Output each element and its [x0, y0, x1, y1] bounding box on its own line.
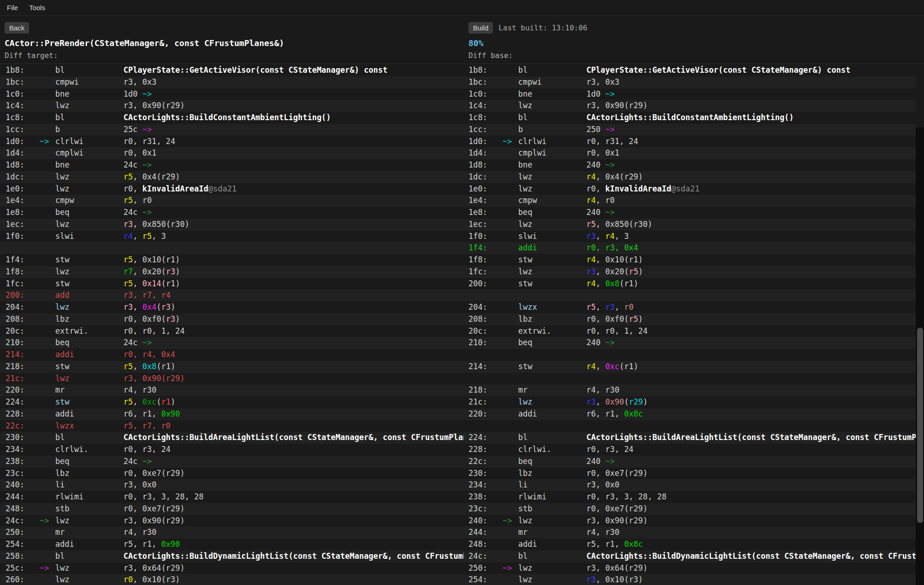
asm-row[interactable]: 250:~>lwzr3, 0x64(r29)	[464, 562, 916, 574]
asm-row[interactable]: 1f8:lwzr7, 0x20(r3)	[0, 266, 464, 278]
asm-row[interactable]: 204:lwzr3, 0x4(r3)	[0, 301, 464, 313]
asm-row[interactable]: 1bc:cmpwir3, 0x3	[0, 76, 464, 88]
build-button[interactable]: Build	[468, 22, 493, 34]
asm-row[interactable]: 1e4:cmpwr4, r0	[464, 195, 916, 207]
asm-row[interactable]: 238:beq24c ~>	[0, 456, 464, 468]
asm-row[interactable]: 1f0:slwir3, r4, 3	[464, 231, 916, 243]
asm-row[interactable]: 230:lbzr0, 0xe7(r29)	[464, 468, 916, 480]
asm-row[interactable]: 214:addir0, r4, 0x4	[0, 349, 464, 361]
asm-row[interactable]: 208:lbzr0, 0xf0(r3)	[0, 313, 464, 325]
asm-row[interactable]: 1fc:lwzr3, 0x20(r5)	[464, 266, 916, 278]
asm-row[interactable]: 244:mrr4, r30	[464, 527, 916, 539]
asm-row[interactable]: 23c:stbr0, 0xe7(r29)	[464, 503, 916, 515]
asm-row[interactable]: 1b8:blCPlayerState::GetActiveVisor(const…	[464, 64, 916, 76]
asm-row[interactable]: 224:blCActorLights::BuildAreaLightList(c…	[464, 432, 916, 444]
asm-row[interactable]: 250:mrr4, r30	[0, 527, 464, 539]
asm-row[interactable]: 208:lbzr0, 0xf0(r5)	[464, 313, 916, 325]
asm-row[interactable]: 248:addir5, r1, 0x8c	[464, 539, 916, 550]
asm-row[interactable]: 210:beq240 ~>	[464, 337, 916, 349]
asm-row[interactable]: 218:mrr4, r30	[464, 384, 916, 396]
asm-row[interactable]: 258:blCActorLights::BuildDynamicLightLis…	[0, 550, 464, 562]
asm-address: 20c:	[6, 325, 40, 337]
asm-operand: 25c	[123, 125, 142, 134]
asm-row[interactable]: 248:stbr0, 0xe7(r29)	[0, 503, 464, 515]
asm-mnemonic: extrwi.	[55, 325, 123, 337]
asm-row[interactable]: 240:lir3, 0x0	[0, 479, 464, 491]
asm-row[interactable]: 230:blCActorLights::BuildAreaLightList(c…	[0, 432, 464, 444]
asm-row[interactable]: 224:stwr5, 0xc(r1)	[0, 396, 464, 408]
asm-row[interactable]: 238:rlwimir0, r3, 3, 28, 28	[464, 491, 916, 503]
asm-row[interactable]: 1dc:lwzr4, 0x4(r29)	[464, 171, 916, 183]
menu-item-tools[interactable]: Tools	[25, 2, 49, 13]
asm-row[interactable]: 200:addr3, r7, r4	[0, 290, 464, 301]
asm-row[interactable]: 1e4:cmpwr5, r0	[0, 195, 464, 207]
asm-row[interactable]: 1f4:addir0, r3, 0x4	[464, 242, 916, 254]
asm-row[interactable]: 220:addir6, r1, 0x8c	[464, 408, 916, 420]
asm-row[interactable]: 1c0:bne1d0 ~>	[464, 88, 916, 100]
asm-row[interactable]: 1c8:blCActorLights::BuildConstantAmbient…	[464, 112, 916, 124]
asm-row[interactable]: 1c4:lwzr3, 0x90(r29)	[0, 100, 464, 112]
asm-row[interactable]: 1e8:beq240 ~>	[464, 207, 916, 219]
asm-row[interactable]: 1dc:lwzr5, 0x4(r29)	[0, 171, 464, 183]
asm-row[interactable]: 24c:~>lwzr3, 0x90(r29)	[0, 515, 464, 527]
asm-row[interactable]: 1d8:bne24c ~>	[0, 159, 464, 171]
asm-row[interactable]: 1e8:beq24c ~>	[0, 207, 464, 219]
asm-operand: r4	[586, 362, 596, 371]
asm-row[interactable]: 1d4:cmplwir0, 0x1	[464, 147, 916, 159]
asm-row[interactable]: 25c:~>lwzr3, 0x64(r29)	[0, 562, 464, 574]
asm-row[interactable]: 228:clrlwi.r0, r3, 24	[464, 444, 916, 456]
asm-row[interactable]: 244:rlwimir0, r3, 3, 28, 28	[0, 491, 464, 503]
asm-row[interactable]: 1d0:~>clrlwir0, r31, 24	[0, 136, 464, 148]
asm-row[interactable]: 21c:lwzr3, 0x90(r29)	[0, 373, 464, 385]
asm-operand: r6, r1,	[586, 409, 624, 418]
asm-row[interactable]: 1ec:lwzr5, 0x850(r30)	[464, 219, 916, 231]
asm-operand: r0	[624, 302, 633, 312]
asm-address: 1d8:	[468, 159, 503, 171]
asm-row[interactable]: 20c:extrwi.r0, r0, 1, 24	[0, 325, 464, 337]
asm-row[interactable]: 214:stwr4, 0xc(r1)	[464, 361, 916, 373]
asm-row[interactable]: 220:mrr4, r30	[0, 384, 464, 396]
diff-base-label: Diff base:	[468, 51, 513, 60]
asm-row[interactable]: 1f8:stwr4, 0x10(r1)	[464, 254, 916, 266]
asm-row[interactable]: 240:~>lwzr3, 0x90(r29)	[464, 515, 916, 527]
asm-operand: r0, 0xf0(	[586, 314, 629, 324]
asm-row[interactable]: 23c:lbzr0, 0xe7(r29)	[0, 468, 464, 480]
asm-row[interactable]: 1e0:lwzr0, kInvalidAreaId@sda21	[0, 183, 464, 195]
vertical-scrollbar[interactable]	[916, 127, 924, 585]
asm-row[interactable]: 210:beq24c ~>	[0, 337, 464, 349]
asm-row[interactable]: 24c:blCActorLights::BuildDynamicLightLis…	[464, 550, 916, 562]
asm-row[interactable]: 20c:extrwi.r0, r0, 1, 24	[464, 325, 916, 337]
asm-row[interactable]: 228:addir6, r1, 0x90	[0, 408, 464, 420]
asm-row[interactable]: 1e0:lwzr0, kInvalidAreaId@sda21	[464, 183, 916, 195]
asm-row[interactable]: 1fc:stwr5, 0x14(r1)	[0, 278, 464, 290]
asm-row[interactable]: 204:lwzxr5, r3, r0	[464, 301, 916, 313]
asm-row[interactable]: 1f4:stwr5, 0x10(r1)	[0, 254, 464, 266]
asm-row[interactable]: 218:stwr5, 0x8(r1)	[0, 361, 464, 373]
asm-row[interactable]: 260:lwzr0, 0x10(r3)	[0, 574, 464, 585]
asm-row[interactable]: 22c:lwzxr5, r7, r0	[0, 420, 464, 432]
asm-row[interactable]: 1c8:blCActorLights::BuildConstantAmbient…	[0, 112, 464, 124]
asm-row[interactable]: 1f0:slwir4, r5, 3	[0, 231, 464, 243]
asm-row[interactable]: 1c0:bne1d0 ~>	[0, 88, 464, 100]
asm-row[interactable]: 234:lir3, 0x0	[464, 479, 916, 491]
asm-row[interactable]: 1ec:lwzr3, 0x850(r30)	[0, 219, 464, 231]
asm-row[interactable]: 1cc:b25c ~>	[0, 124, 464, 136]
asm-row[interactable]: 1c4:lwzr3, 0x90(r29)	[464, 100, 916, 112]
asm-row[interactable]: 254:addir5, r1, 0x90	[0, 539, 464, 550]
asm-row[interactable]: 1bc:cmpwir3, 0x3	[464, 76, 916, 88]
asm-row[interactable]: 1d4:cmplwir0, 0x1	[0, 147, 464, 159]
asm-row[interactable]: 21c:lwzr3, 0x90(r29)	[464, 396, 916, 408]
branch-in-arrow-icon: ~>	[40, 515, 55, 527]
asm-row[interactable]: 254:lwzr3, 0x10(r3)	[464, 574, 916, 585]
asm-row[interactable]: 200:stwr4, 0x8(r1)	[464, 278, 916, 290]
asm-row[interactable]: 1cc:b250 ~>	[464, 124, 916, 136]
asm-row[interactable]: 234:clrlwi.r0, r3, 24	[0, 444, 464, 456]
asm-row[interactable]: 22c:beq240 ~>	[464, 456, 916, 468]
menu-item-file[interactable]: File	[3, 2, 22, 13]
asm-address: 22c:	[468, 456, 503, 468]
scrollbar-thumb[interactable]	[917, 328, 923, 523]
back-button[interactable]: Back	[5, 22, 29, 34]
asm-row[interactable]: 1d8:bne240 ~>	[464, 159, 916, 171]
asm-row[interactable]: 1d0:~>clrlwir0, r31, 24	[464, 136, 916, 148]
asm-row[interactable]: 1b8:blCPlayerState::GetActiveVisor(const…	[0, 64, 464, 76]
